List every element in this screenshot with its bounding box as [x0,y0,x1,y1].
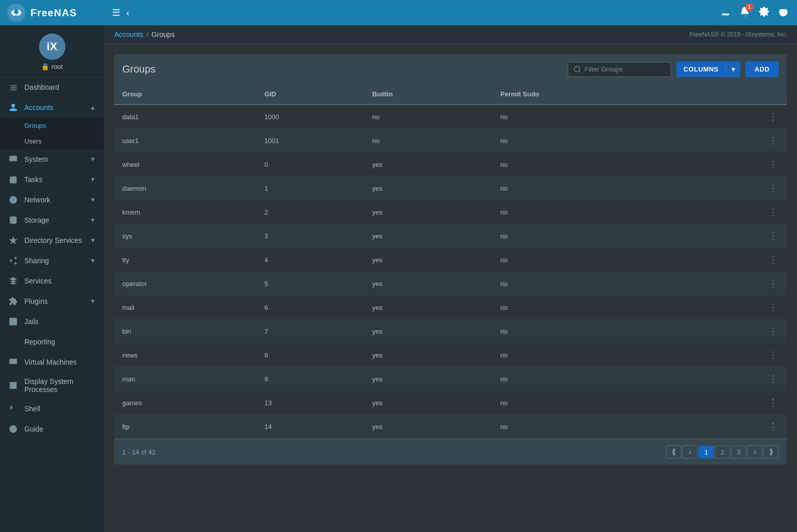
cell-permit-sudo: no [492,367,684,391]
sidebar-item-label: Tasks [24,175,43,184]
sidebar-item-accounts[interactable]: Accounts ▲ [0,97,104,118]
menu-button[interactable]: ☰ [112,7,120,18]
breadcrumb-parent[interactable]: Accounts [114,30,144,39]
table-row: tty 4 yes no ⋮ [114,248,787,272]
sidebar-item-virtual-machines[interactable]: Virtual Machines [0,352,104,372]
svg-rect-13 [10,359,17,364]
cell-actions: ⋮ [684,367,787,391]
row-more-button[interactable]: ⋮ [766,396,781,409]
table-row: wheel 0 yes no ⋮ [114,153,787,176]
cell-group: mail [114,296,256,320]
system-icon [8,154,18,164]
sidebar-item-label: Virtual Machines [24,358,77,366]
cell-group: wheel [114,153,256,176]
svg-point-11 [11,321,13,323]
sidebar-item-reporting[interactable]: Reporting [0,332,104,352]
sidebar-item-label: System [24,155,48,163]
network-icon [8,195,18,205]
table-row: bin 7 yes no ⋮ [114,320,787,343]
row-more-button[interactable]: ⋮ [766,158,781,171]
display-system-icon [8,380,18,391]
back-button[interactable]: ‹ [126,8,129,18]
cell-gid: 5 [256,272,364,296]
page-info: 1 - 14 of 42 [122,448,156,456]
table-row: kmem 2 yes no ⋮ [114,200,787,224]
row-more-button[interactable]: ⋮ [766,110,781,123]
table-row: ftp 14 yes no ⋮ [114,415,787,439]
cell-group: daemon [114,176,256,200]
main-content: ☰ ‹ 1 Accounts / Groups [104,0,797,532]
breadcrumb-current: Groups [151,30,175,39]
cell-permit-sudo: no [492,153,684,176]
col-permit-sudo: Permit Sudo [492,84,684,104]
chevron-up-icon: ▲ [90,104,96,111]
cell-builtin: yes [364,248,493,272]
sidebar-item-services[interactable]: Services [0,271,104,291]
first-page-button[interactable]: ⟪ [666,445,681,458]
last-page-button[interactable]: ⟫ [764,445,779,458]
cell-group: games [114,391,256,415]
sidebar-item-display-system[interactable]: Display System Processes [0,372,104,399]
cell-builtin: no [364,129,493,153]
svg-point-7 [14,257,17,260]
sidebar-item-plugins[interactable]: Plugins ▼ [0,291,104,311]
upload-icon[interactable] [720,6,731,20]
row-more-button[interactable]: ⋮ [766,348,781,362]
cell-actions: ⋮ [684,129,787,153]
cell-group: ftp [114,415,256,439]
sidebar-item-jails[interactable]: Jails [0,311,104,332]
page-2-button[interactable]: 2 [715,446,730,458]
page-3-button[interactable]: 3 [731,446,746,458]
accounts-icon [8,102,18,113]
cell-gid: 1000 [256,104,364,129]
cell-group: user1 [114,129,256,153]
sidebar-item-sharing[interactable]: Sharing ▼ [0,251,104,271]
page-1-button[interactable]: 1 [699,446,714,458]
sidebar-item-label: Plugins [24,297,48,305]
sidebar-item-label: Dashboard [24,83,59,91]
prev-page-button[interactable]: ‹ [682,445,698,458]
sidebar-item-network[interactable]: Network ▼ [0,190,104,210]
table-row: sys 3 yes no ⋮ [114,224,787,248]
columns-button[interactable]: COLUMNS [676,61,725,77]
power-icon[interactable] [778,6,789,20]
cell-actions: ⋮ [684,391,787,415]
cell-gid: 13 [256,391,364,415]
sidebar-item-dashboard[interactable]: ⊞ Dashboard [0,77,104,97]
pagination: ⟪ ‹ 1 2 3 › ⟫ [666,445,779,458]
sidebar-item-groups[interactable]: Groups [0,118,104,133]
sidebar-item-guide[interactable]: Guide [0,419,104,439]
row-more-button[interactable]: ⋮ [766,253,781,266]
columns-dropdown-arrow[interactable]: ▼ [725,61,740,77]
row-more-button[interactable]: ⋮ [766,134,781,147]
cell-gid: 4 [256,248,364,272]
sidebar-item-storage[interactable]: Storage ▼ [0,210,104,230]
table-row: games 13 yes no ⋮ [114,391,787,415]
row-more-button[interactable]: ⋮ [766,301,781,314]
sidebar-item-system[interactable]: System ▼ [0,149,104,169]
row-more-button[interactable]: ⋮ [766,182,781,195]
row-more-button[interactable]: ⋮ [766,277,781,290]
sidebar-item-label: Directory Services [24,236,82,244]
sidebar-item-users[interactable]: Users [0,133,104,149]
chevron-down-icon: ▼ [90,196,96,203]
row-more-button[interactable]: ⋮ [766,229,781,242]
sidebar-item-directory-services[interactable]: Directory Services ▼ [0,230,104,251]
add-button[interactable]: ADD [745,61,779,77]
sharing-icon [8,256,18,266]
row-more-button[interactable]: ⋮ [766,372,781,385]
cell-permit-sudo: no [492,224,684,248]
svg-rect-12 [13,320,16,323]
row-more-button[interactable]: ⋮ [766,205,781,219]
cell-builtin: yes [364,176,493,200]
next-page-button[interactable]: › [747,445,763,458]
settings-icon[interactable] [758,6,770,20]
search-input[interactable] [584,65,666,73]
sidebar-item-tasks[interactable]: Tasks ▼ [0,169,104,190]
groups-table: Group GID Builtin Permit Sudo data1 1000… [114,84,787,439]
row-more-button[interactable]: ⋮ [766,420,781,433]
chevron-down-icon: ▼ [90,237,96,244]
col-builtin: Builtin [364,84,493,104]
sidebar-item-shell[interactable]: Shell [0,399,104,419]
row-more-button[interactable]: ⋮ [766,325,781,338]
